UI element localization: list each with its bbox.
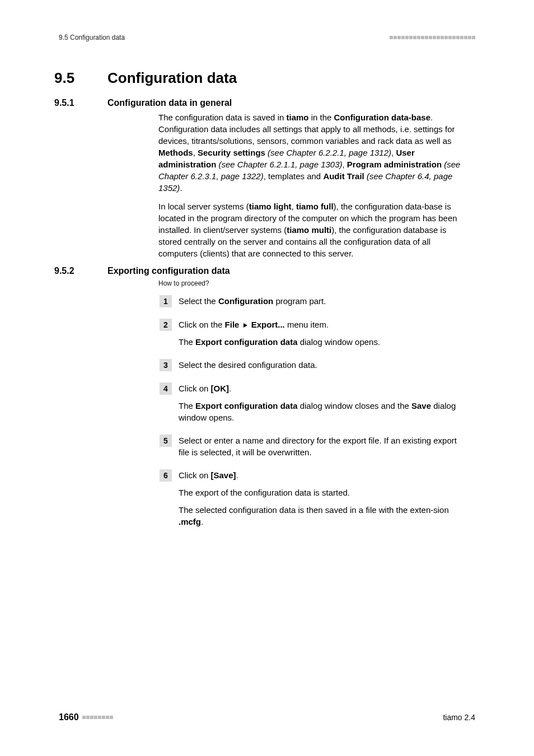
paragraph: In local server systems (tiamo light, ti…: [158, 200, 461, 259]
subsection-title: Exporting configuration data: [107, 266, 230, 276]
section-number: 9.5: [54, 69, 107, 87]
how-to-proceed-label: How to proceed?: [158, 279, 475, 287]
step-number-badge: 1: [160, 295, 172, 307]
menu-arrow-icon: [243, 323, 247, 328]
header-decor-squares: [390, 36, 475, 39]
section-title: Configuration data: [107, 69, 237, 87]
page-number: 1660: [59, 712, 79, 722]
footer-decor-squares: [82, 716, 113, 719]
step-body: Select the desired configuration data.: [179, 359, 461, 371]
step-number-badge: 3: [160, 359, 172, 371]
step-body: Select the Configuration program part.: [179, 295, 461, 307]
paragraph: The configuration data is saved in tiamo…: [158, 111, 461, 194]
step-body: Click on the File Export... menu item. T…: [179, 319, 461, 348]
footer-product-version: tiamo 2.4: [443, 713, 475, 722]
step-number-badge: 4: [160, 382, 172, 395]
subsection-number: 9.5.2: [54, 266, 107, 276]
step-number-badge: 5: [160, 435, 172, 447]
step-number-badge: 6: [160, 469, 172, 482]
step-number-badge: 2: [160, 319, 172, 331]
subsection-title: Configuration data in general: [107, 98, 232, 108]
header-section-path: 9.5 Configuration data: [59, 34, 125, 41]
step-body: Select or enter a name and directory for…: [179, 435, 461, 458]
step-body: Click on [OK]. The Export configuration …: [179, 382, 461, 423]
step-body: Click on [Save]. The export of the confi…: [179, 469, 461, 528]
subsection-number: 9.5.1: [54, 98, 107, 108]
